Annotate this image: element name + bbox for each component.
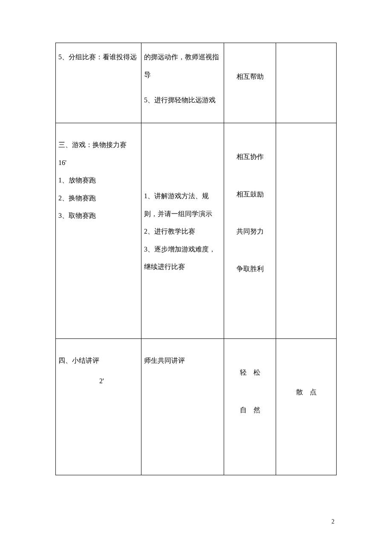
text: 三、游戏：换物接力赛 bbox=[58, 136, 138, 154]
table-row: 5、分组比赛：看谁投得远 的掷远动作，教师巡视指导 5、进行掷轻物比远游戏 相互… bbox=[56, 43, 337, 123]
text: 相互帮助 bbox=[227, 68, 273, 86]
spacer bbox=[227, 166, 273, 185]
text: 1、讲解游戏方法、规则，并请一组同学演示 bbox=[144, 187, 221, 223]
spacer bbox=[227, 128, 273, 148]
cell-r1-c3: 相互帮助 bbox=[224, 43, 276, 123]
cell-r2-c1: 三、游戏：换物接力赛 16' 1、放物赛跑 2、换物赛跑 3、取物赛跑 bbox=[56, 123, 141, 339]
text: 2、换物赛跑 bbox=[58, 189, 138, 207]
cell-r1-c2: 的掷远动作，教师巡视指导 5、进行掷轻物比远游戏 bbox=[141, 43, 224, 123]
text: 1、放物赛跑 bbox=[58, 171, 138, 189]
text: 散 点 bbox=[279, 383, 334, 401]
text: 3、逐步增加游戏难度，继续进行比赛 bbox=[144, 240, 221, 276]
spacer bbox=[279, 364, 334, 383]
spacer bbox=[227, 203, 273, 223]
table-row: 四、小结讲评 2' 师生共同讲评 轻 松 自 然 散 点 bbox=[56, 339, 337, 475]
cell-r2-c4 bbox=[276, 123, 337, 339]
cell-r2-c3: 相互协作 相互鼓励 共同努力 争取胜利 bbox=[224, 123, 276, 339]
text: 自 然 bbox=[227, 401, 273, 419]
text: 四、小结讲评 bbox=[58, 357, 99, 364]
cell-r3-c4: 散 点 bbox=[276, 339, 337, 475]
cell-r2-c2: 1、讲解游戏方法、规则，并请一组同学演示 2、进行教学比赛 3、逐步增加游戏难度… bbox=[141, 123, 224, 339]
text: 争取胜利 bbox=[227, 260, 273, 278]
text: 师生共同讲评 bbox=[144, 352, 221, 370]
spacer bbox=[144, 84, 221, 91]
text: 相互鼓励 bbox=[227, 185, 273, 203]
text: 16' bbox=[58, 154, 138, 172]
spacer bbox=[144, 168, 221, 187]
cell-r3-c2: 师生共同讲评 bbox=[141, 339, 224, 475]
cell-r3-c1: 四、小结讲评 2' bbox=[56, 339, 141, 475]
lesson-table: 5、分组比赛：看谁投得远 的掷远动作，教师巡视指导 5、进行掷轻物比远游戏 相互… bbox=[55, 43, 337, 475]
spacer bbox=[227, 382, 273, 401]
text: 相互协作 bbox=[227, 148, 273, 166]
spacer bbox=[58, 128, 138, 136]
cell-r1-c4 bbox=[276, 43, 337, 123]
text: 共同努力 bbox=[227, 223, 273, 240]
spacer bbox=[227, 344, 273, 364]
page-number: 2 bbox=[331, 518, 334, 525]
cell-r3-c3: 轻 松 自 然 bbox=[224, 339, 276, 475]
spacer bbox=[227, 240, 273, 260]
text: 轻 松 bbox=[227, 364, 273, 382]
text: 的掷远动作，教师巡视指导 bbox=[144, 48, 221, 84]
text: 5、分组比赛：看谁投得远 bbox=[58, 48, 138, 66]
text: 5、进行掷轻物比远游戏 bbox=[144, 91, 221, 109]
spacer bbox=[279, 344, 334, 364]
text: 2' bbox=[58, 372, 138, 390]
spacer bbox=[227, 48, 273, 68]
text: 3、取物赛跑 bbox=[58, 207, 138, 225]
spacer bbox=[58, 344, 138, 352]
text: 2、进行教学比赛 bbox=[144, 223, 221, 240]
spacer bbox=[144, 128, 221, 148]
table-row: 三、游戏：换物接力赛 16' 1、放物赛跑 2、换物赛跑 3、取物赛跑 1、讲解… bbox=[56, 123, 337, 339]
text: 四、小结讲评 2' bbox=[58, 352, 138, 390]
spacer bbox=[144, 148, 221, 168]
spacer bbox=[144, 344, 221, 352]
cell-r1-c1: 5、分组比赛：看谁投得远 bbox=[56, 43, 141, 123]
page: 5、分组比赛：看谁投得远 的掷远动作，教师巡视指导 5、进行掷轻物比远游戏 相互… bbox=[0, 0, 392, 509]
